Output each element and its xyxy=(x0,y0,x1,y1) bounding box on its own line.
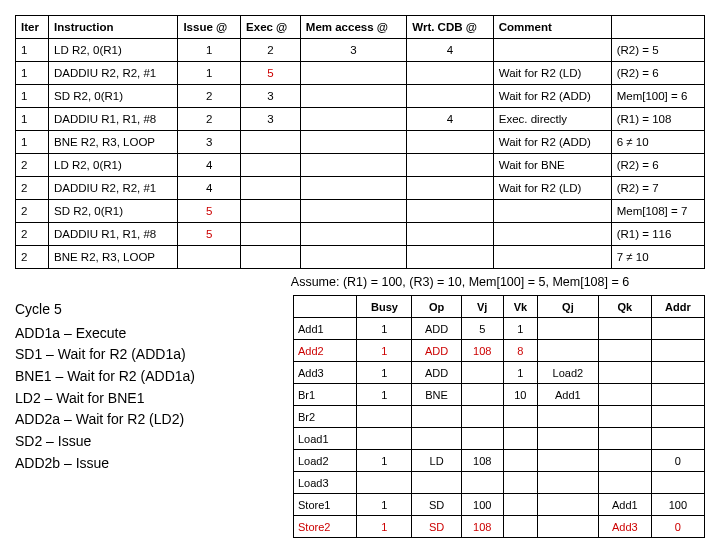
cell-cdb xyxy=(407,131,493,154)
cell-addr: 0 xyxy=(651,450,704,472)
cell-busy xyxy=(357,472,412,494)
cell-name: Load2 xyxy=(294,450,357,472)
res-row: Load1 xyxy=(294,428,705,450)
cell-qk: Add1 xyxy=(598,494,651,516)
cell-op: SD xyxy=(412,494,461,516)
cell-instr: BNE R2, R3, LOOP xyxy=(49,246,178,269)
table-row: 1LD R2, 0(R1)1234(R2) = 5 xyxy=(16,39,705,62)
cell-qj xyxy=(538,494,599,516)
cell-comment xyxy=(493,200,611,223)
cycle-line: SD2 – Issue xyxy=(15,431,275,453)
cell-addr xyxy=(651,428,704,450)
cell-vk: 8 xyxy=(503,340,537,362)
col-header: Op xyxy=(412,296,461,318)
res-row: Br11BNE10Add1 xyxy=(294,384,705,406)
cell-extra: Mem[108] = 7 xyxy=(611,200,704,223)
col-header: Busy xyxy=(357,296,412,318)
col-header: Mem access @ xyxy=(300,16,406,39)
col-header xyxy=(294,296,357,318)
cell-vj: 108 xyxy=(461,450,503,472)
cell-comment: Wait for R2 (LD) xyxy=(493,62,611,85)
table-row: 1DADDIU R2, R2, #115Wait for R2 (LD)(R2)… xyxy=(16,62,705,85)
cell-name: Add2 xyxy=(294,340,357,362)
res-row: Load3 xyxy=(294,472,705,494)
cycle-line: ADD1a – Execute xyxy=(15,323,275,345)
cell-mem xyxy=(300,200,406,223)
cell-instr: SD R2, 0(R1) xyxy=(49,200,178,223)
cell-iter: 1 xyxy=(16,85,49,108)
cycle-line: BNE1 – Wait for R2 (ADD1a) xyxy=(15,366,275,388)
cell-qk: Add3 xyxy=(598,516,651,538)
cell-cdb xyxy=(407,154,493,177)
cell-exec xyxy=(241,246,301,269)
cell-name: Store2 xyxy=(294,516,357,538)
cell-exec xyxy=(241,200,301,223)
cell-qk xyxy=(598,406,651,428)
cell-op: ADD xyxy=(412,318,461,340)
cell-extra: (R2) = 6 xyxy=(611,154,704,177)
cell-extra: 6 ≠ 10 xyxy=(611,131,704,154)
table-row: 1BNE R2, R3, LOOP3Wait for R2 (ADD)6 ≠ 1… xyxy=(16,131,705,154)
reservation-table: BusyOpVjVkQjQkAddr Add11ADD51Add21ADD108… xyxy=(293,295,705,538)
cell-iter: 2 xyxy=(16,200,49,223)
table-row: 2DADDIU R2, R2, #14Wait for R2 (LD)(R2) … xyxy=(16,177,705,200)
cell-busy: 1 xyxy=(357,318,412,340)
cell-addr xyxy=(651,318,704,340)
cycle-line: LD2 – Wait for BNE1 xyxy=(15,388,275,410)
cell-addr xyxy=(651,406,704,428)
cell-name: Add3 xyxy=(294,362,357,384)
cell-mem xyxy=(300,154,406,177)
cell-mem: 3 xyxy=(300,39,406,62)
col-header: Issue @ xyxy=(178,16,241,39)
cell-vj xyxy=(461,472,503,494)
cell-vj xyxy=(461,406,503,428)
cell-vk xyxy=(503,516,537,538)
cell-extra: (R2) = 5 xyxy=(611,39,704,62)
cell-qk xyxy=(598,428,651,450)
cell-op xyxy=(412,472,461,494)
cell-vj xyxy=(461,362,503,384)
cell-issue: 1 xyxy=(178,39,241,62)
cell-op: LD xyxy=(412,450,461,472)
cell-mem xyxy=(300,223,406,246)
cell-busy xyxy=(357,406,412,428)
cell-name: Load1 xyxy=(294,428,357,450)
cell-qj xyxy=(538,516,599,538)
cell-extra: (R2) = 7 xyxy=(611,177,704,200)
cell-mem xyxy=(300,177,406,200)
res-row: Add21ADD1088 xyxy=(294,340,705,362)
cell-addr xyxy=(651,472,704,494)
cell-iter: 1 xyxy=(16,108,49,131)
cell-vk xyxy=(503,494,537,516)
cell-vj: 108 xyxy=(461,516,503,538)
cell-addr xyxy=(651,384,704,406)
col-header: Exec @ xyxy=(241,16,301,39)
cell-issue: 4 xyxy=(178,154,241,177)
cell-qj xyxy=(538,406,599,428)
cell-qk xyxy=(598,318,651,340)
res-row: Store21SD108Add30 xyxy=(294,516,705,538)
cell-exec xyxy=(241,154,301,177)
cell-name: Store1 xyxy=(294,494,357,516)
col-header: Qj xyxy=(538,296,599,318)
cell-issue: 2 xyxy=(178,85,241,108)
col-header: Wrt. CDB @ xyxy=(407,16,493,39)
col-header: Iter xyxy=(16,16,49,39)
res-row: Add11ADD51 xyxy=(294,318,705,340)
cell-issue: 5 xyxy=(178,200,241,223)
cell-exec: 5 xyxy=(241,62,301,85)
cell-iter: 2 xyxy=(16,246,49,269)
table-row: 1SD R2, 0(R1)23Wait for R2 (ADD)Mem[100]… xyxy=(16,85,705,108)
cell-cdb xyxy=(407,62,493,85)
cell-name: Br2 xyxy=(294,406,357,428)
col-header: Vj xyxy=(461,296,503,318)
cell-vk xyxy=(503,450,537,472)
cell-iter: 1 xyxy=(16,62,49,85)
cycle-line: ADD2b – Issue xyxy=(15,453,275,475)
cell-instr: SD R2, 0(R1) xyxy=(49,85,178,108)
cycle-title: Cycle 5 xyxy=(15,299,275,321)
cell-vk: 10 xyxy=(503,384,537,406)
res-row: Br2 xyxy=(294,406,705,428)
cell-comment xyxy=(493,223,611,246)
cell-cdb xyxy=(407,200,493,223)
